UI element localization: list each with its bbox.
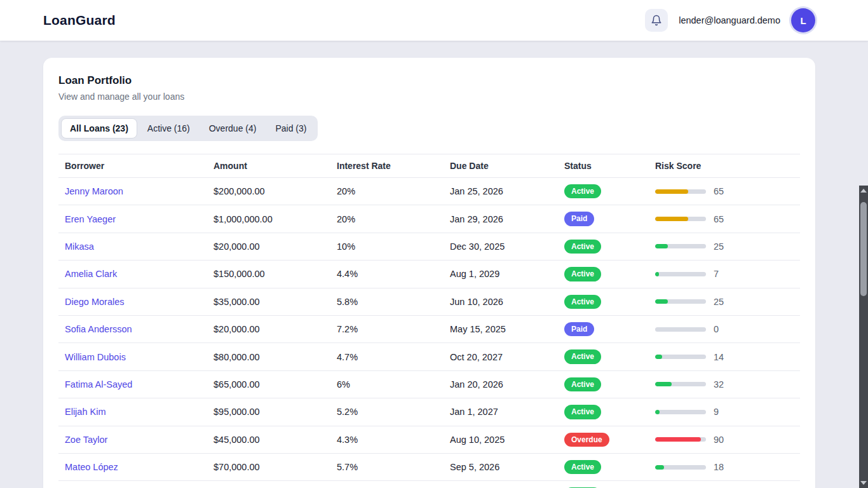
table-row: Mateo López $70,000.00 5.7% Sep 5, 2026 …	[58, 454, 800, 481]
table-row: Zoe Taylor $45,000.00 4.3% Aug 10, 2025 …	[58, 426, 800, 454]
app-header: LoanGuard lender@loanguard.demo L	[0, 0, 868, 41]
due-date: Jan 25, 2026	[444, 180, 558, 203]
loan-amount: $150,000.00	[207, 262, 330, 285]
borrower-link[interactable]: Zoe Taylor	[65, 435, 107, 445]
main-content: Loan Portfolio View and manage all your …	[0, 58, 868, 488]
borrower-link[interactable]: Jenny Maroon	[65, 186, 123, 196]
due-date: Sep 5, 2026	[444, 456, 558, 478]
column-header-borrower: Borrower	[58, 154, 207, 177]
borrower-link[interactable]: Fatima Al-Sayed	[65, 379, 132, 390]
table-row: Sofia Andersson $20,000.00 7.2% May 15, …	[58, 316, 800, 343]
loan-amount: $20,000.00	[207, 318, 330, 341]
due-date: Jan 20, 2026	[444, 373, 558, 396]
notifications-button[interactable]	[645, 9, 668, 32]
due-date: Aug 1, 2029	[444, 262, 558, 285]
loan-amount: $1,000,000.00	[207, 208, 330, 231]
borrower-link[interactable]: Elijah Kim	[65, 407, 105, 417]
tab-active-16[interactable]: Active (16)	[139, 118, 199, 139]
risk-score: 18	[714, 462, 724, 472]
risk-bar	[655, 299, 706, 304]
status-badge: Active	[564, 460, 601, 474]
risk-bar	[655, 382, 706, 386]
risk-bar-fill	[655, 382, 672, 386]
risk-score: 0	[714, 324, 719, 334]
risk-score: 65	[714, 214, 724, 224]
risk-score: 9	[714, 407, 719, 417]
table-body: Jenny Maroon $200,000.00 20% Jan 25, 202…	[58, 178, 800, 488]
borrower-link[interactable]: Mikasa	[65, 241, 94, 252]
borrower-link[interactable]: Mateo López	[65, 462, 118, 472]
tab-paid-3[interactable]: Paid (3)	[266, 118, 315, 139]
interest-rate: 4.3%	[330, 428, 444, 451]
interest-rate: 5.8%	[330, 290, 444, 313]
status-badge: Active	[564, 295, 601, 309]
header-right-cluster: lender@loanguard.demo L	[645, 8, 815, 32]
risk-bar-fill	[655, 465, 664, 470]
scroll-up-arrow-icon[interactable]	[860, 189, 867, 193]
risk-bar-fill	[655, 410, 660, 414]
table-row: Elijah Kim $95,000.00 5.2% Jan 1, 2027 A…	[58, 398, 800, 426]
borrower-link[interactable]: William Dubois	[65, 352, 126, 362]
risk-bar	[655, 465, 706, 470]
table-row: Aisha Mohammed $55,000.00 6.5% Feb 1, 20…	[58, 481, 800, 488]
risk-bar	[655, 437, 706, 442]
tab-all-loans-23[interactable]: All Loans (23)	[61, 118, 137, 139]
risk-score: 14	[714, 352, 724, 362]
loan-amount: $80,000.00	[207, 346, 330, 369]
loan-amount: $45,000.00	[207, 428, 330, 451]
risk-bar	[655, 272, 706, 276]
borrower-link[interactable]: Amelia Clark	[65, 269, 117, 279]
loan-amount: $20,000.00	[207, 235, 330, 258]
brand-logo[interactable]: LoanGuard	[43, 13, 116, 28]
borrower-link[interactable]: Diego Morales	[65, 297, 125, 307]
scrollbar-thumb[interactable]	[860, 202, 867, 296]
status-badge: Active	[564, 267, 601, 281]
risk-score: 25	[714, 241, 724, 252]
borrower-link[interactable]: Eren Yaeger	[65, 214, 116, 224]
borrower-link[interactable]: Sofia Andersson	[65, 324, 132, 334]
status-badge: Active	[564, 240, 601, 254]
table-row: Eren Yaeger $1,000,000.00 20% Jan 29, 20…	[58, 205, 800, 233]
status-badge: Overdue	[564, 433, 609, 447]
interest-rate: 7.2%	[330, 318, 444, 341]
avatar-initial: L	[800, 15, 806, 26]
tab-overdue-4[interactable]: Overdue (4)	[200, 118, 266, 139]
interest-rate: 4.7%	[330, 346, 444, 369]
due-date: Jan 1, 2027	[444, 400, 558, 423]
page-subtitle: View and manage all your loans	[58, 92, 800, 102]
table-row: William Dubois $80,000.00 4.7% Oct 20, 2…	[58, 343, 800, 370]
risk-score: 7	[714, 269, 719, 279]
due-date: Feb 1, 2026	[444, 483, 558, 488]
risk-bar-fill	[655, 244, 668, 248]
risk-bar-fill	[655, 272, 659, 276]
loan-amount: $65,000.00	[207, 373, 330, 396]
loan-amount: $55,000.00	[207, 483, 330, 488]
due-date: Jan 29, 2026	[444, 208, 558, 231]
status-badge: Paid	[564, 212, 594, 226]
scroll-down-arrow-icon[interactable]	[860, 481, 867, 485]
interest-rate: 5.2%	[330, 400, 444, 423]
interest-rate: 4.4%	[330, 262, 444, 285]
loan-amount: $200,000.00	[207, 180, 330, 203]
table-row: Diego Morales $35,000.00 5.8% Jun 10, 20…	[58, 288, 800, 316]
status-badge: Active	[564, 184, 601, 198]
due-date: Aug 10, 2025	[444, 428, 558, 451]
risk-bar	[655, 189, 706, 194]
user-avatar[interactable]: L	[791, 8, 815, 32]
column-header-due-date: Due Date	[444, 154, 558, 177]
loan-portfolio-card: Loan Portfolio View and manage all your …	[43, 58, 815, 488]
column-header-interest-rate: Interest Rate	[330, 154, 444, 177]
user-email: lender@loanguard.demo	[679, 15, 780, 25]
scrollbar[interactable]	[859, 186, 868, 488]
risk-bar-fill	[655, 217, 688, 221]
risk-score: 32	[714, 379, 724, 390]
loan-amount: $70,000.00	[207, 456, 330, 478]
status-badge: Active	[564, 405, 601, 419]
loans-table: BorrowerAmountInterest RateDue DateStatu…	[58, 154, 800, 488]
table-row: Mikasa $20,000.00 10% Dec 30, 2025 Activ…	[58, 233, 800, 261]
interest-rate: 6%	[330, 373, 444, 396]
due-date: Oct 20, 2027	[444, 346, 558, 369]
risk-bar	[655, 217, 706, 221]
interest-rate: 20%	[330, 208, 444, 231]
risk-bar	[655, 327, 706, 332]
